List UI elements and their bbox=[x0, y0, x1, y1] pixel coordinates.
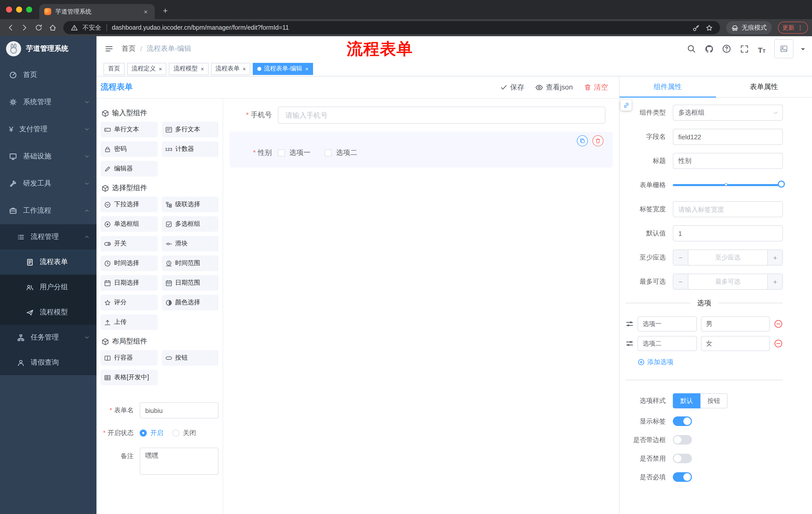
border-switch[interactable] bbox=[673, 435, 692, 444]
palette-item-row-container[interactable]: 行容器 bbox=[100, 350, 157, 366]
disabled-switch[interactable] bbox=[673, 454, 692, 463]
style-default-button[interactable]: 默认 bbox=[673, 393, 700, 408]
tag-process-form[interactable]: 流程表单 bbox=[211, 63, 251, 75]
remove-option-button[interactable] bbox=[774, 319, 783, 328]
remark-textarea[interactable] bbox=[140, 448, 219, 475]
palette-item-textarea[interactable]: 多行文本 bbox=[162, 122, 219, 137]
palette-item-table[interactable]: 表格[开发中] bbox=[100, 370, 157, 385]
style-button-button[interactable]: 按钮 bbox=[700, 393, 728, 408]
sidebar-toggle-button[interactable] bbox=[96, 36, 122, 61]
palette-item-radio-group[interactable]: 单选框组 bbox=[100, 216, 157, 232]
label-width-input[interactable] bbox=[673, 201, 783, 217]
avatar[interactable] bbox=[774, 39, 793, 58]
min-select-input[interactable] bbox=[688, 250, 767, 265]
decrease-button[interactable] bbox=[673, 274, 688, 289]
sidebar-item-dev-tools[interactable]: 研发工具 bbox=[0, 170, 96, 197]
palette-item-rate[interactable]: 评分 bbox=[100, 295, 157, 310]
grid-slider[interactable] bbox=[673, 177, 783, 193]
field-phone[interactable]: 手机号 bbox=[230, 107, 612, 124]
checkbox-icon[interactable] bbox=[278, 150, 285, 156]
palette-item-text-field[interactable]: 单行文本 bbox=[100, 122, 157, 137]
gender-option-1[interactable]: 选项一 bbox=[278, 148, 311, 157]
title-input[interactable] bbox=[673, 153, 783, 169]
checkbox-icon[interactable] bbox=[325, 150, 331, 156]
back-button[interactable] bbox=[4, 21, 17, 34]
sidebar-item-user-group[interactable]: 用户分组 bbox=[0, 275, 96, 300]
reload-button[interactable] bbox=[32, 21, 45, 34]
sidebar-item-home[interactable]: 首页 bbox=[0, 61, 96, 88]
tag-home[interactable]: 首页 bbox=[104, 63, 125, 75]
increase-button[interactable] bbox=[767, 274, 782, 289]
sidebar-item-workflow[interactable]: 工作流程 bbox=[0, 197, 96, 224]
tab-close-icon[interactable] bbox=[142, 8, 150, 15]
status-radio-closed[interactable]: 关闭 bbox=[172, 429, 196, 437]
doc-link-button[interactable] bbox=[620, 100, 632, 111]
required-switch[interactable] bbox=[673, 472, 692, 482]
palette-item-checkbox-group[interactable]: 多选框组 bbox=[162, 216, 219, 232]
palette-item-editor[interactable]: 编辑器 bbox=[100, 161, 157, 177]
new-tab-button[interactable] bbox=[161, 6, 170, 16]
palette-item-upload[interactable]: 上传 bbox=[100, 314, 157, 330]
palette-item-button[interactable]: 按钮 bbox=[162, 350, 219, 366]
caret-down-icon[interactable] bbox=[801, 48, 805, 52]
zoom-window-button[interactable] bbox=[26, 6, 32, 12]
show-label-switch[interactable] bbox=[673, 416, 692, 426]
star-icon[interactable] bbox=[704, 23, 714, 33]
home-button[interactable] bbox=[46, 21, 59, 34]
help-button[interactable] bbox=[722, 44, 732, 54]
sidebar-item-system-management[interactable]: 系统管理 bbox=[0, 88, 96, 116]
option-label-input[interactable] bbox=[638, 316, 697, 331]
clear-button[interactable]: 清空 bbox=[584, 83, 608, 92]
component-type-select[interactable]: 多选框组 bbox=[673, 105, 783, 121]
tag-process-definition[interactable]: 流程定义 bbox=[127, 63, 167, 75]
field-name-input[interactable] bbox=[673, 129, 783, 145]
field-gender-selected[interactable]: 性别 选项一 选项二 bbox=[230, 132, 612, 167]
browser-tab[interactable]: 芋道管理系统 bbox=[39, 4, 155, 19]
max-select-input[interactable] bbox=[688, 274, 767, 289]
address-bar[interactable]: 不安全 dashboard.yudao.iocoder.cn/bpm/manag… bbox=[63, 21, 720, 34]
phone-input[interactable] bbox=[278, 107, 606, 124]
increase-button[interactable] bbox=[767, 250, 782, 265]
form-name-input[interactable] bbox=[140, 402, 219, 418]
decrease-button[interactable] bbox=[673, 250, 688, 265]
gender-option-2[interactable]: 选项二 bbox=[325, 148, 357, 157]
font-size-button[interactable] bbox=[757, 44, 767, 54]
add-option-button[interactable]: 添加选项 bbox=[638, 358, 783, 367]
option-value-input[interactable] bbox=[701, 316, 770, 331]
palette-item-password[interactable]: 密码 bbox=[100, 141, 157, 157]
minimize-window-button[interactable] bbox=[16, 6, 22, 12]
sidebar-item-leave-query[interactable]: 请假查询 bbox=[0, 350, 96, 375]
palette-item-counter[interactable]: 计数器 bbox=[162, 141, 219, 157]
tag-process-form-edit[interactable]: 流程表单-编辑 bbox=[253, 63, 313, 75]
sidebar-item-process-form[interactable]: 流程表单 bbox=[0, 249, 96, 275]
remove-option-button[interactable] bbox=[774, 339, 783, 348]
search-button[interactable] bbox=[686, 44, 696, 54]
close-window-button[interactable] bbox=[6, 6, 12, 12]
option-label-input[interactable] bbox=[638, 336, 697, 351]
tag-close-icon[interactable] bbox=[159, 65, 162, 72]
fullscreen-button[interactable] bbox=[739, 44, 749, 54]
key-icon[interactable] bbox=[691, 23, 701, 33]
palette-item-date-range[interactable]: 日期范围 bbox=[162, 275, 219, 291]
option-value-input[interactable] bbox=[701, 336, 770, 351]
palette-item-select[interactable]: 下拉选择 bbox=[100, 197, 157, 212]
tab-component-props[interactable]: 组件属性 bbox=[619, 77, 716, 97]
sidebar-item-infrastructure[interactable]: 基础设施 bbox=[0, 143, 96, 170]
tab-form-props[interactable]: 表单属性 bbox=[716, 77, 812, 97]
drag-handle-icon[interactable] bbox=[626, 320, 634, 328]
sidebar-item-process-model[interactable]: 流程模型 bbox=[0, 300, 96, 325]
breadcrumb-home[interactable]: 首页 bbox=[122, 44, 136, 53]
tag-close-icon[interactable] bbox=[201, 65, 204, 72]
forward-button[interactable] bbox=[18, 21, 31, 34]
update-button[interactable]: 更新 bbox=[778, 22, 808, 34]
view-json-button[interactable]: 查看json bbox=[535, 83, 573, 92]
palette-item-time-picker[interactable]: 时间选择 bbox=[100, 255, 157, 271]
save-button[interactable]: 保存 bbox=[500, 83, 524, 92]
tag-process-model[interactable]: 流程模型 bbox=[169, 63, 208, 75]
github-button[interactable] bbox=[704, 44, 714, 54]
palette-item-date-picker[interactable]: 日期选择 bbox=[100, 275, 157, 291]
drag-handle-icon[interactable] bbox=[626, 340, 634, 348]
sidebar-item-process-management[interactable]: 流程管理 bbox=[0, 224, 96, 249]
status-radio-open[interactable]: 开启 bbox=[140, 429, 163, 437]
form-canvas[interactable]: 手机号 bbox=[223, 99, 619, 514]
